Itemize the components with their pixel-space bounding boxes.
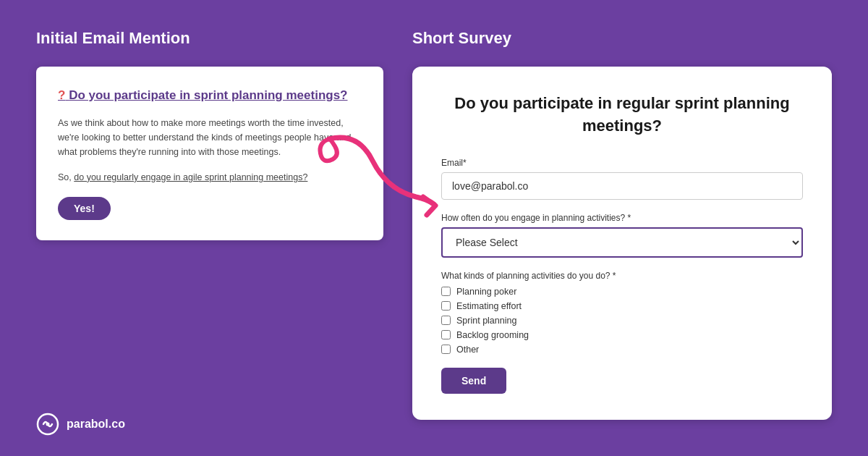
page-container: Initial Email Mention ? Do you participa… — [0, 0, 868, 456]
checkbox-item-planning-poker: Planning poker — [441, 287, 803, 297]
send-button[interactable]: Send — [441, 368, 506, 394]
link-prefix: So, — [58, 172, 74, 182]
footer-logo: parabol.co — [36, 413, 125, 436]
svg-point-1 — [46, 423, 50, 426]
email-label: Email* — [441, 158, 803, 168]
checkbox-item-sprint-planning: Sprint planning — [441, 316, 803, 326]
checkbox-label-sprint-planning: Sprint planning — [456, 316, 516, 326]
checkbox-item-backlog-grooming: Backlog grooming — [441, 330, 803, 340]
checkbox-label-other: Other — [456, 345, 479, 355]
frequency-select[interactable]: Please Select Daily Weekly Monthly Rarel… — [441, 227, 803, 258]
email-question-text: Do you participate in sprint planning me… — [69, 88, 347, 102]
frequency-form-group: How often do you engage in planning acti… — [441, 213, 803, 258]
checkbox-other[interactable] — [441, 345, 451, 354]
checkbox-label-estimating-effort: Estimating effort — [456, 301, 522, 311]
email-link[interactable]: do you regularly engage in agile sprint … — [74, 172, 307, 182]
email-input[interactable] — [441, 172, 803, 200]
right-section: Short Survey Do you participate in regul… — [412, 29, 832, 420]
left-section-title: Initial Email Mention — [36, 29, 383, 48]
survey-card: Do you participate in regular sprint pla… — [412, 67, 832, 420]
checkbox-label-backlog-grooming: Backlog grooming — [456, 330, 529, 340]
question-mark-icon: ? — [58, 88, 65, 102]
activities-label: What kinds of planning activities do you… — [441, 271, 803, 281]
yes-button[interactable]: Yes! — [58, 197, 111, 220]
email-question: ? Do you participate in sprint planning … — [58, 87, 362, 104]
checkbox-planning-poker[interactable] — [441, 287, 451, 296]
parabol-logo-icon — [36, 413, 59, 436]
activities-checkbox-group: What kinds of planning activities do you… — [441, 271, 803, 355]
logo-text: parabol.co — [67, 418, 125, 431]
checkbox-item-estimating-effort: Estimating effort — [441, 301, 803, 311]
survey-question: Do you participate in regular sprint pla… — [441, 93, 803, 138]
left-section: Initial Email Mention ? Do you participa… — [36, 29, 383, 240]
checkbox-backlog-grooming[interactable] — [441, 330, 451, 339]
checkbox-label-planning-poker: Planning poker — [456, 287, 516, 297]
checkbox-sprint-planning[interactable] — [441, 316, 451, 325]
checkbox-item-other: Other — [441, 345, 803, 355]
email-link-line: So, do you regularly engage in agile spr… — [58, 172, 362, 182]
frequency-label: How often do you engage in planning acti… — [441, 213, 803, 223]
checkbox-estimating-effort[interactable] — [441, 301, 451, 311]
email-card: ? Do you participate in sprint planning … — [36, 67, 383, 240]
survey-section-title: Short Survey — [412, 29, 832, 48]
email-body-text: As we think about how to make more meeti… — [58, 116, 362, 159]
email-form-group: Email* — [441, 158, 803, 200]
